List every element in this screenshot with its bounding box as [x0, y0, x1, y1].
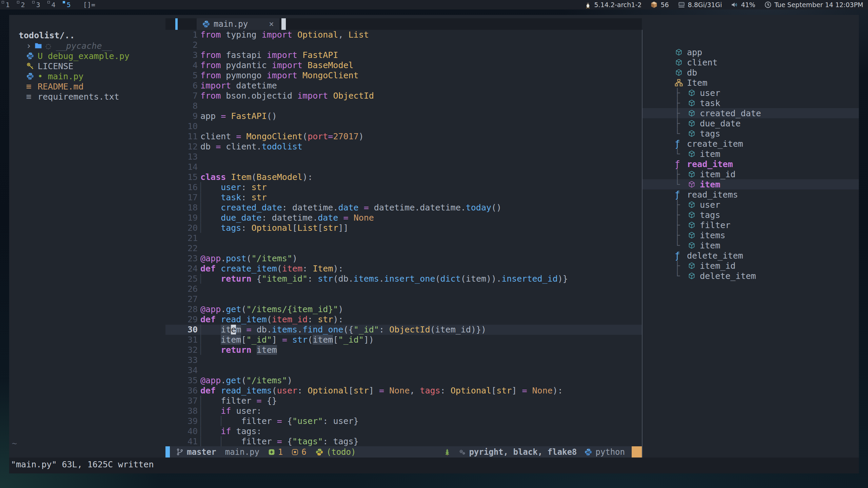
code-line-12[interactable]: 12db = client.todolist — [165, 142, 642, 152]
code-line-15[interactable]: 15class Item(BaseModel): — [165, 172, 642, 182]
tree-item-__pycache__[interactable]: ›◌__pycache__ — [9, 41, 165, 51]
tab-close-icon[interactable]: × — [269, 19, 274, 29]
symbol-create_item[interactable]: ƒcreate_item — [643, 139, 859, 149]
tree-root-folder[interactable]: todolist/.. — [19, 30, 165, 41]
code-line-14[interactable]: 14 — [165, 162, 642, 172]
workspace-1[interactable]: 1 — [0, 0, 15, 9]
code-line-20[interactable]: 20▏ tags: Optional[List[str]] — [165, 223, 642, 233]
symbol-items[interactable]: ├items — [643, 230, 859, 240]
code-line-4[interactable]: 4from pydantic import BaseModel — [165, 60, 642, 70]
symbol-created_date[interactable]: ├created_date — [643, 108, 859, 118]
line-number: 17 — [165, 192, 198, 203]
symbol-user[interactable]: ├user — [643, 200, 859, 210]
symbol-tags[interactable]: ├tags — [643, 210, 859, 220]
code-line-31[interactable]: 31▏ item["_id"] = str(item["_id"]) — [165, 335, 642, 345]
tree-item-LICENSE[interactable]: LICENSE — [9, 61, 165, 71]
code-line-9[interactable]: 9app = FastAPI() — [165, 111, 642, 121]
tabline-accent-bar — [175, 18, 178, 30]
symbol-Item[interactable]: Item — [643, 78, 859, 88]
code-line-text: def read_item(item_id: str): — [200, 314, 343, 325]
code-line-25[interactable]: 25▏ return {"item_id": str(db.items.inse… — [165, 274, 642, 284]
code-line-41[interactable]: 41▏ ▏ filter = {"tags": tags} — [165, 436, 642, 447]
symbol-delete_item[interactable]: ƒdelete_item — [643, 250, 859, 261]
code-line-10[interactable]: 10 — [165, 121, 642, 131]
tree-connector: ├ — [675, 210, 688, 220]
symbol-label: item_id — [700, 169, 735, 179]
code-line-27[interactable]: 27 — [165, 294, 642, 304]
code-line-32[interactable]: 32▏ return item — [165, 345, 642, 355]
tree-item-README.md[interactable]: ≡README.md — [9, 81, 165, 92]
code-line-35[interactable]: 35@app.get("/items") — [165, 375, 642, 386]
symbol-item_id[interactable]: ├item_id — [643, 169, 859, 179]
line-number: 7 — [165, 91, 198, 101]
symbol-item_id[interactable]: ├item_id — [643, 261, 859, 271]
code-line-19[interactable]: 19▏ due_date: datetime.date = None — [165, 213, 642, 223]
line-number: 37 — [165, 396, 198, 406]
chevron-icon: › — [26, 41, 34, 51]
code-line-40[interactable]: 40▏ if tags: — [165, 426, 642, 436]
symbol-db[interactable]: db — [643, 67, 859, 78]
workspace-4[interactable]: 4 — [46, 0, 61, 9]
layout-indicator[interactable]: []= — [83, 1, 95, 9]
code-line-text: from typing import Optional, List — [200, 30, 369, 40]
code-line-36[interactable]: 36def read_items(user: Optional[str] = N… — [165, 386, 642, 396]
workspace-3[interactable]: 3 — [31, 0, 46, 9]
code-line-8[interactable]: 8 — [165, 101, 642, 111]
code-line-37[interactable]: 37▏ filter = {} — [165, 396, 642, 406]
code-line-24[interactable]: 24def create_item(item: Item): — [165, 264, 642, 274]
symbol-client[interactable]: client — [643, 57, 859, 67]
symbol-item[interactable]: └item — [643, 149, 859, 159]
symbol-tags[interactable]: └tags — [643, 128, 859, 139]
symbol-delete_item[interactable]: └delete_item — [643, 271, 859, 281]
code-line-1[interactable]: 1from typing import Optional, List — [165, 30, 642, 40]
symbol-read_item[interactable]: ƒread_item — [643, 159, 859, 169]
symbol-label: delete_item — [687, 251, 743, 261]
code-line-38[interactable]: 38▏ if user: — [165, 406, 642, 416]
variable-icon — [688, 129, 698, 138]
tree-item-debug_example.py[interactable]: Udebug_example.py — [9, 51, 165, 61]
line-number: 11 — [165, 131, 198, 142]
code-line-33[interactable]: 33 — [165, 355, 642, 365]
workspace-2[interactable]: 2 — [15, 0, 31, 9]
code-line-26[interactable]: 26 — [165, 284, 642, 294]
tree-item-requirements.txt[interactable]: ≡requirements.txt — [9, 92, 165, 102]
code-line-39[interactable]: 39▏ ▏ filter = {"user": user} — [165, 416, 642, 426]
line-number: 27 — [165, 294, 198, 304]
code-line-28[interactable]: 28@app.get("/items/{item_id}") — [165, 304, 642, 314]
symbol-item[interactable]: └item — [643, 240, 859, 250]
code-line-13[interactable]: 13 — [165, 152, 642, 162]
symbol-label: delete_item — [700, 271, 756, 281]
symbol-app[interactable]: app — [643, 47, 859, 57]
symbol-user[interactable]: ├user — [643, 88, 859, 98]
symbol-label: user — [700, 88, 720, 98]
symbol-task[interactable]: ├task — [643, 98, 859, 108]
code-line-16[interactable]: 16▏ user: str — [165, 182, 642, 192]
symbol-label: Item — [687, 78, 707, 88]
code-line-29[interactable]: 29def read_item(item_id: str): — [165, 314, 642, 325]
code-line-11[interactable]: 11client = MongoClient(port=27017) — [165, 131, 642, 142]
code-line-7[interactable]: 7from bson.objectid import ObjectId — [165, 91, 642, 101]
code-line-22[interactable]: 22 — [165, 243, 642, 253]
workspace-5[interactable]: 5 — [61, 0, 76, 9]
code-line-21[interactable]: 21 — [165, 233, 642, 243]
symbol-item[interactable]: └item — [643, 179, 859, 189]
code-line-6[interactable]: 6import datetime — [165, 81, 642, 91]
code-line-3[interactable]: 3from fastapi import FastAPI — [165, 50, 642, 60]
symbol-filter[interactable]: ├filter — [643, 220, 859, 230]
tree-connector: └ — [675, 180, 688, 189]
tab-main-py[interactable]: main.py × — [197, 18, 279, 30]
symbol-read_items[interactable]: ƒread_items — [643, 189, 859, 200]
line-number: 15 — [165, 172, 198, 182]
code-line-34[interactable]: 34 — [165, 365, 642, 375]
symbol-due_date[interactable]: ├due_date — [643, 118, 859, 128]
code-line-30[interactable]: 30▏ item = db.items.find_one({"_id": Obj… — [165, 325, 642, 335]
tree-item-main.py[interactable]: •main.py — [9, 71, 165, 81]
symbol-label: task — [700, 98, 720, 108]
code-line-2[interactable]: 2 — [165, 40, 642, 50]
code-line-18[interactable]: 18▏ created_date: datetime.date = dateti… — [165, 203, 642, 213]
code-line-5[interactable]: 5from pymongo import MongoClient — [165, 70, 642, 81]
line-number: 36 — [165, 386, 198, 396]
tree-item-label: __pycache__ — [56, 41, 112, 51]
code-line-23[interactable]: 23@app.post("/items") — [165, 253, 642, 264]
code-line-17[interactable]: 17▏ task: str — [165, 192, 642, 203]
